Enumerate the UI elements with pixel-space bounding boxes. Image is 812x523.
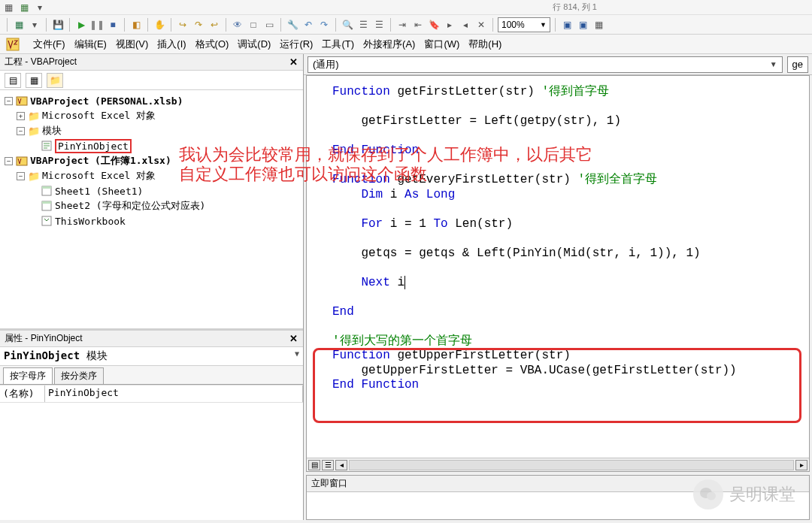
- watch-icon[interactable]: 👁: [231, 18, 244, 32]
- clear-bm-icon[interactable]: ✕: [474, 18, 488, 32]
- tree-project[interactable]: − VBAProject (PERSONAL.xlsb): [2, 93, 301, 108]
- tree-folder[interactable]: − 📁 模块: [2, 123, 301, 138]
- cursor-position-text: 行 814, 列 1: [553, 2, 597, 13]
- code-hscroll[interactable]: ▤ ☰ ◂ ▸: [307, 458, 809, 471]
- locals-icon[interactable]: □: [247, 18, 260, 32]
- step-over-icon[interactable]: ↷: [192, 18, 205, 32]
- menu-addins[interactable]: 外接程序(A): [363, 38, 415, 51]
- step-into-icon[interactable]: ↪: [176, 18, 189, 32]
- tab-alphabetic[interactable]: 按字母序: [3, 367, 53, 384]
- excel-icon[interactable]: ▦: [12, 18, 26, 32]
- menu-format[interactable]: 格式(O): [195, 38, 229, 51]
- qa-icon[interactable]: ▦: [17, 1, 31, 14]
- svg-rect-3: [17, 157, 27, 165]
- menu-view[interactable]: 视图(V): [116, 38, 148, 51]
- tree-folder[interactable]: − 📁 Microsoft Excel 对象: [2, 168, 301, 183]
- proc-view-icon[interactable]: ▤: [308, 460, 320, 470]
- properties-object[interactable]: PinYinObject 模块 ▼: [0, 347, 303, 366]
- scroll-left-icon[interactable]: ◂: [335, 460, 347, 470]
- save-icon[interactable]: 💾: [51, 18, 65, 32]
- next-bm-icon[interactable]: ▸: [443, 18, 456, 32]
- menu-run[interactable]: 运行(R): [280, 38, 313, 51]
- menu-debug[interactable]: 调试(D): [238, 38, 271, 51]
- window2-icon[interactable]: ▣: [576, 18, 589, 32]
- outdent-icon[interactable]: ⇤: [411, 18, 425, 32]
- tree-project[interactable]: − VBAProject (工作簿1.xlsx): [2, 153, 301, 168]
- menu-tools[interactable]: 工具(T): [322, 38, 354, 51]
- qa-icon[interactable]: ▾: [33, 1, 47, 14]
- comment-icon[interactable]: ☰: [356, 18, 370, 32]
- svg-point-10: [707, 492, 716, 500]
- project-pane-title: 工程 - VBAProject: [5, 56, 77, 68]
- menu-bar: 文件(F) 编辑(E) 视图(V) 插入(I) 格式(O) 调试(D) 运行(R…: [0, 35, 812, 54]
- watermark: 吴明课堂: [693, 479, 795, 509]
- tab-categorized[interactable]: 按分类序: [54, 367, 104, 384]
- stop-icon[interactable]: ■: [106, 18, 120, 32]
- tree-sheet[interactable]: Sheet2 (字母和定位公式对应表): [2, 198, 301, 213]
- bookmark-icon[interactable]: 🔖: [427, 18, 441, 32]
- menu-insert[interactable]: 插入(I): [157, 38, 186, 51]
- tree-sheet[interactable]: Sheet1 (Sheet1): [2, 183, 301, 198]
- object-combo[interactable]: (通用)▼: [308, 56, 783, 73]
- menu-file[interactable]: 文件(F): [33, 38, 65, 51]
- toolbox-icon[interactable]: 🔧: [286, 18, 299, 32]
- immediate-icon[interactable]: ▭: [262, 18, 276, 32]
- breakpoint-icon[interactable]: ✋: [153, 18, 166, 32]
- toggle-folders-icon[interactable]: 📁: [47, 73, 63, 88]
- window-icon[interactable]: ▣: [560, 18, 574, 32]
- design-icon[interactable]: ◧: [129, 18, 143, 32]
- view-object-icon[interactable]: ▦: [26, 73, 42, 88]
- prev-bm-icon[interactable]: ◂: [459, 18, 472, 32]
- project-pane-header: 工程 - VBAProject ✕: [0, 54, 303, 71]
- quick-access-row: ▦ ▦ ▾ 行 814, 列 1: [0, 0, 812, 15]
- uncomment-icon[interactable]: ☰: [372, 18, 386, 32]
- code-header: (通用)▼ ge: [304, 54, 812, 75]
- properties-grid[interactable]: (名称) PinYinObject: [0, 385, 303, 520]
- vba-icon: [6, 38, 20, 51]
- redo-icon[interactable]: ↷: [317, 18, 331, 32]
- properties-title: 属性 - PinYinObject: [5, 332, 83, 345]
- view-code-icon[interactable]: ▤: [5, 73, 21, 88]
- code-editor[interactable]: Function getFirstLetter(str) '得到首字母 getF…: [306, 75, 810, 472]
- indent-icon[interactable]: ⇥: [395, 18, 409, 32]
- standard-toolbar: ▦ ▾ 💾 ▶ ❚❚ ■ ◧ ✋ ↪ ↷ ↩ 👁 □ ▭ 🔧 ↶ ↷ 🔍 ☰ ☰…: [0, 15, 812, 35]
- wechat-icon: [693, 479, 723, 509]
- run-icon[interactable]: ▶: [74, 18, 88, 32]
- properties-pane: 属性 - PinYinObject ✕ PinYinObject 模块 ▼ 按字…: [0, 328, 303, 520]
- qa-icon[interactable]: ▦: [2, 1, 15, 14]
- project-toolbar: ▤ ▦ 📁: [0, 71, 303, 90]
- svg-rect-5: [42, 186, 51, 189]
- dropdown-icon[interactable]: ▾: [28, 18, 41, 32]
- zoom-combo[interactable]: 100%▼: [498, 17, 550, 32]
- tree-module-pinyin[interactable]: PinYinObject: [2, 138, 301, 153]
- proc-combo[interactable]: ge: [787, 56, 808, 73]
- step-out-icon[interactable]: ↩: [208, 18, 221, 32]
- close-icon[interactable]: ✕: [286, 56, 300, 68]
- prop-name-value[interactable]: PinYinObject: [45, 385, 303, 402]
- undo-icon[interactable]: ↶: [301, 18, 315, 32]
- full-view-icon[interactable]: ☰: [322, 460, 334, 470]
- scroll-right-icon[interactable]: ▸: [795, 460, 807, 470]
- menu-window[interactable]: 窗口(W): [424, 38, 459, 51]
- tree-workbook[interactable]: ThisWorkbook: [2, 213, 301, 228]
- project-tree[interactable]: − VBAProject (PERSONAL.xlsb) + 📁 Microso…: [0, 90, 303, 328]
- tree-folder[interactable]: + 📁 Microsoft Excel 对象: [2, 108, 301, 123]
- menu-help[interactable]: 帮助(H): [468, 38, 501, 51]
- tile-icon[interactable]: ▦: [592, 18, 605, 32]
- prop-name-label: (名称): [0, 385, 45, 402]
- find-icon[interactable]: 🔍: [341, 18, 354, 32]
- close-icon[interactable]: ✕: [286, 333, 300, 345]
- pause-icon[interactable]: ❚❚: [90, 18, 104, 32]
- svg-rect-1: [17, 97, 27, 105]
- menu-edit[interactable]: 编辑(E): [74, 38, 107, 51]
- svg-rect-7: [42, 201, 51, 204]
